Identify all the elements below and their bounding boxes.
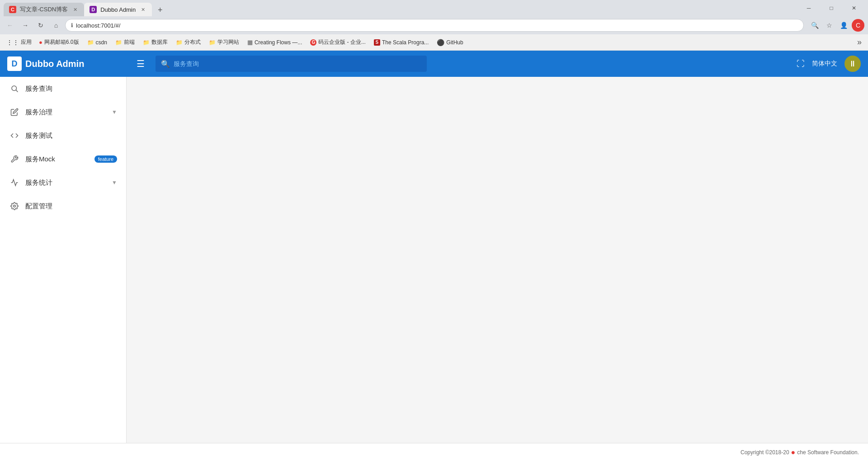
bookmark-apps[interactable]: ⋮⋮ 应用 [4,37,34,48]
bookmark-netease[interactable]: ● 网易邮箱6.0版 [35,37,83,48]
feature-badge: feature [94,155,117,163]
sidebar: 服务查询 服务治理 ▼ [0,77,127,443]
bookmarks-more-button[interactable]: » [854,36,864,49]
bookmark-star-icon[interactable]: ☆ [823,19,835,32]
service-query-label: 服务查询 [25,85,117,93]
app-title: Dubbo Admin [25,59,84,69]
bookmark-database[interactable]: 📁 数据库 [139,37,171,48]
search-address-icon[interactable]: 🔍 [808,19,821,32]
app-header: D Dubbo Admin ☰ 🔍 ⛶ 简体中文 ⏸ [0,51,868,77]
language-button[interactable]: 简体中文 [812,60,837,68]
dubbo-logo-icon: D [7,56,22,71]
service-test-label: 服务测试 [25,132,117,140]
edit-sidebar-icon [9,107,20,118]
csdn-label: csdn [96,39,107,46]
maximize-button[interactable]: □ [821,1,842,15]
wrench-sidebar-icon [9,154,20,165]
bookmark-creating-flows[interactable]: ▦ Creating Flows —... [244,37,306,47]
settings-sidebar-icon [9,201,20,212]
browser-window: C 写文章-CSDN博客 ✕ D Dubbo Admin ✕ + ─ □ ✕ ←… [0,0,868,461]
address-input[interactable]: ℹ localhost:7001/#/ [65,19,804,32]
fullscreen-button[interactable]: ⛶ [797,59,805,69]
sidebar-item-service-query[interactable]: 服务查询 [0,77,126,100]
address-text: localhost:7001/#/ [76,22,120,29]
sidebar-item-service-stats[interactable]: 服务统计 ▼ [0,171,126,194]
bookmarks-bar: ⋮⋮ 应用 ● 网易邮箱6.0版 📁 csdn 📁 前端 📁 数据库 📁 分布式… [0,34,868,51]
main-layout: 服务查询 服务治理 ▼ [0,77,868,443]
bookmark-github[interactable]: ⚫ GitHub [433,37,467,48]
sidebar-item-service-test[interactable]: 服务测试 [0,124,126,147]
frontend-label: 前端 [124,38,135,46]
service-governance-label: 服务治理 [25,108,106,117]
footer: Copyright ©2018-20 ● che Software Founda… [0,443,868,461]
app-content: D Dubbo Admin ☰ 🔍 ⛶ 简体中文 ⏸ [0,51,868,461]
reload-button[interactable]: ↻ [34,19,47,32]
tab-csdn[interactable]: C 写文章-CSDN博客 ✕ [4,3,84,16]
search-input[interactable] [174,60,421,67]
header-right-controls: ⛶ 简体中文 ⏸ [797,56,861,72]
footer-suffix: che Software Foundation. [797,449,859,456]
minimize-button[interactable]: ─ [798,1,819,15]
search-sidebar-icon [9,83,20,94]
tab-close-csdn[interactable]: ✕ [71,6,79,13]
learning-label: 学习网站 [217,38,239,46]
address-icons: 🔍 ☆ 👤 C [808,19,864,32]
extension-icon[interactable]: C [852,19,864,32]
apps-grid-icon: ⋮⋮ [6,39,19,46]
frontend-folder-icon: 📁 [115,39,122,46]
bookmark-csdn[interactable]: 📁 csdn [84,38,111,47]
chart-sidebar-icon [9,177,20,188]
csdn-folder-icon: 📁 [87,39,94,46]
bookmark-scala[interactable]: S The Scala Progra... [370,38,432,47]
tab-favicon-csdn: C [9,6,16,13]
creating-flows-icon: ▦ [247,39,253,46]
database-folder-icon: 📁 [143,39,150,46]
sidebar-item-service-governance[interactable]: 服务治理 ▼ [0,100,126,124]
svg-point-0 [12,86,17,91]
add-tab-button[interactable]: + [154,4,166,16]
github-label: GitHub [446,39,463,46]
sidebar-item-config-manage[interactable]: 配置管理 [0,194,126,218]
distributed-label: 分布式 [184,38,201,46]
tab-favicon-dubbo: D [90,6,97,13]
header-logo-area: D Dubbo Admin [7,56,129,71]
tab-close-dubbo[interactable]: ✕ [139,6,146,13]
distributed-folder-icon: 📁 [176,39,183,46]
hamburger-menu-button[interactable]: ☰ [137,58,145,69]
service-mock-label: 服务Mock [25,155,89,164]
close-button[interactable]: ✕ [844,1,864,15]
home-button[interactable]: ⌂ [50,19,62,32]
search-icon: 🔍 [161,60,170,68]
service-stats-label: 服务统计 [25,179,106,187]
github-icon: ⚫ [437,39,444,46]
config-manage-label: 配置管理 [25,202,117,211]
main-content-area [127,77,868,443]
title-bar: C 写文章-CSDN博客 ✕ D Dubbo Admin ✕ + ─ □ ✕ [0,0,868,16]
tab-label-dubbo: Dubbo Admin [100,6,136,13]
copyright-text: Copyright ©2018-20 [741,449,789,456]
netease-icon: ● [39,39,42,46]
tabs-area: C 写文章-CSDN博客 ✕ D Dubbo Admin ✕ + [4,0,798,16]
svg-line-1 [16,90,18,92]
forward-button[interactable]: → [19,19,32,32]
tab-dubbo[interactable]: D Dubbo Admin ✕ [84,3,152,16]
bookmark-frontend[interactable]: 📁 前端 [112,37,138,48]
bookmark-learning[interactable]: 📁 学习网站 [205,37,243,48]
learning-folder-icon: 📁 [209,39,216,46]
governance-arrow-icon: ▼ [112,109,117,115]
window-controls: ─ □ ✕ [798,1,864,15]
bookmark-mayun[interactable]: G 码云企业版 - 企业... [307,37,369,48]
back-button[interactable]: ← [4,19,16,32]
database-label: 数据库 [151,38,168,46]
header-search-bar[interactable]: 🔍 [156,56,427,72]
scala-icon: S [374,39,380,46]
svg-point-2 [14,205,16,207]
sidebar-item-service-mock[interactable]: 服务Mock feature [0,147,126,171]
user-avatar[interactable]: ⏸ [844,56,861,72]
mayun-icon: G [310,39,316,46]
bookmark-distributed[interactable]: 📁 分布式 [172,37,204,48]
footer-logo-icon: ● [791,448,796,456]
stats-arrow-icon: ▼ [112,179,117,186]
mayun-label: 码云企业版 - 企业... [318,38,366,46]
user-profile-icon[interactable]: 👤 [837,19,850,32]
